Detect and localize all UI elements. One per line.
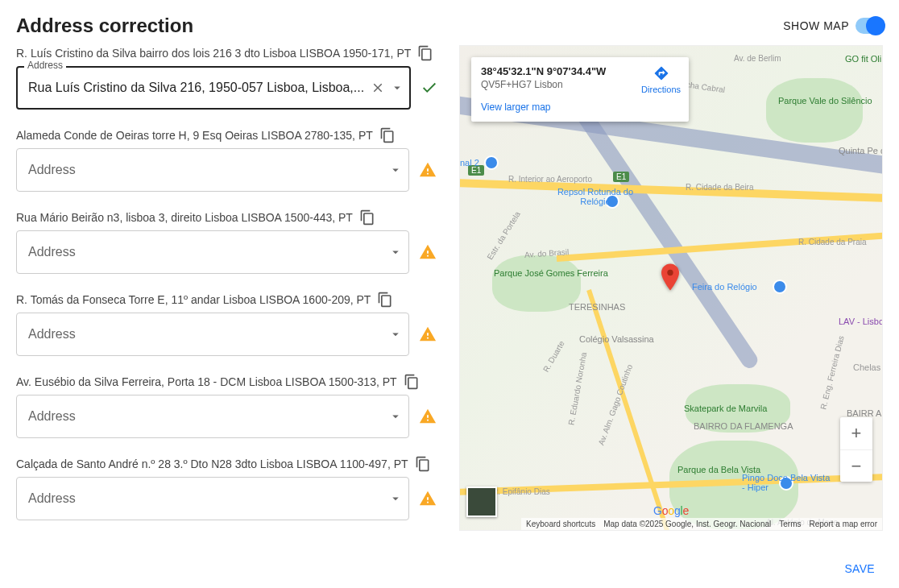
copy-icon[interactable] xyxy=(404,374,420,390)
park-shape xyxy=(766,78,863,143)
view-larger-map-link[interactable]: View larger map xyxy=(481,101,550,113)
map-street: R. Interior ao Aeroporto xyxy=(508,175,592,184)
report-error-link[interactable]: Report a map error xyxy=(810,520,877,528)
map-park-label: Parque José Gomes Ferreira xyxy=(494,268,566,278)
warning-icon xyxy=(419,325,437,343)
map-poi[interactable]: Quinta Pe d xyxy=(839,146,883,155)
map-park-label: Parque Vale do Silêncio xyxy=(778,96,851,106)
show-map-toggle[interactable] xyxy=(856,18,883,34)
map-info-card: 38°45'32.1"N 9°07'34.4"W QV5F+HG7 Lisbon… xyxy=(471,57,689,122)
terms-link[interactable]: Terms xyxy=(779,520,801,528)
keyboard-shortcuts-link[interactable]: Keyboard shortcuts xyxy=(526,520,595,528)
zoom-controls: + − xyxy=(840,417,872,482)
copy-icon[interactable] xyxy=(379,127,396,143)
map-street: Av. de Berlim xyxy=(734,54,781,63)
directions-button[interactable]: Directions xyxy=(641,65,681,94)
map-poi-icon[interactable] xyxy=(773,280,787,294)
address-select[interactable]: Rua Luís Cristino da Silva 216, 1950-057… xyxy=(16,66,411,110)
address-select[interactable]: Address xyxy=(16,395,409,438)
map-poi[interactable]: Repsol Rotunda do Relógio xyxy=(555,187,636,206)
original-address: R. Tomás da Fonseca Torre E, 11º andar L… xyxy=(16,293,371,306)
save-button[interactable]: SAVE xyxy=(836,557,883,580)
address-entry: Av. Eusébio da Silva Ferreira, Porta 18 … xyxy=(16,374,437,438)
map-marker-icon[interactable] xyxy=(661,263,679,291)
map-poi[interactable]: GO fit Oli xyxy=(845,54,881,64)
road xyxy=(586,289,681,531)
highway-badge: E1 xyxy=(613,172,629,182)
address-select[interactable]: Address xyxy=(16,148,409,192)
field-value: Address xyxy=(28,491,76,506)
zoom-in-button[interactable]: + xyxy=(840,417,872,449)
address-entry: Calçada de Santo André n.º 28 3.º Dto N2… xyxy=(16,456,437,520)
map-poi[interactable]: Chelas xyxy=(853,362,880,372)
satellite-toggle[interactable] xyxy=(466,487,497,517)
map-street: R. Eng. Ferreira Dias xyxy=(818,335,845,411)
map-poi[interactable]: LAV - Lisbc xyxy=(839,317,883,326)
directions-label: Directions xyxy=(641,85,681,94)
page-title: Address correction xyxy=(16,14,193,37)
original-address: R. Luís Cristino da Silva bairro dos loi… xyxy=(16,47,411,60)
field-value: Rua Luís Cristino da Silva 216, 1950-057… xyxy=(28,81,364,95)
address-select[interactable]: Address xyxy=(16,230,409,274)
map-street: R. Duarte xyxy=(541,339,566,374)
chevron-down-icon[interactable] xyxy=(388,163,403,177)
address-entry: Alameda Conde de Oeiras torre H, 9 Esq O… xyxy=(16,127,437,192)
google-logo: Google xyxy=(653,504,689,517)
map-area: BAIRRO DA FLAMENGA xyxy=(694,421,766,431)
copy-icon[interactable] xyxy=(377,292,393,308)
map-poi[interactable]: nal 2 xyxy=(460,158,479,168)
chevron-down-icon[interactable] xyxy=(388,491,403,506)
map-street: R. Eduardo Noronha xyxy=(566,351,588,425)
show-map-label: SHOW MAP xyxy=(783,19,849,32)
warning-icon xyxy=(419,490,437,507)
clear-icon[interactable] xyxy=(371,81,385,95)
address-list[interactable]: R. Luís Cristino da Silva bairro dos loi… xyxy=(16,45,443,545)
map-street: R. Cidade da Beira xyxy=(686,183,754,192)
address-entry: R. Tomás da Fonseca Torre E, 11º andar L… xyxy=(16,292,437,356)
map-data-attribution: Map data ©2025 Google, Inst. Geogr. Naci… xyxy=(603,520,771,528)
field-value: Address xyxy=(28,245,76,259)
check-icon xyxy=(420,79,438,97)
field-label: Address xyxy=(24,60,66,71)
map-area: TERESINHAS xyxy=(569,302,625,312)
copy-icon[interactable] xyxy=(417,45,433,61)
map-poi[interactable]: Pingo Doce Bela Vista - Hiper xyxy=(742,473,831,492)
map-poi[interactable]: Feira do Relógio xyxy=(692,282,757,292)
map-poi[interactable]: Skatepark de Marvila xyxy=(684,404,767,413)
copy-icon[interactable] xyxy=(415,456,431,472)
copy-icon[interactable] xyxy=(359,209,375,226)
svg-point-0 xyxy=(667,270,673,275)
address-select[interactable]: Address xyxy=(16,313,409,356)
original-address: Alameda Conde de Oeiras torre H, 9 Esq O… xyxy=(16,129,373,142)
map-street: R. Cidade da Praia xyxy=(798,238,867,246)
original-address: Rua Mário Beirão n3, lisboa 3, direito L… xyxy=(16,211,353,224)
zoom-out-button[interactable]: − xyxy=(840,449,872,482)
field-value: Address xyxy=(28,163,76,177)
field-value: Address xyxy=(28,327,76,342)
warning-icon xyxy=(419,243,437,261)
road xyxy=(557,232,883,262)
warning-icon xyxy=(419,161,437,179)
map-poi[interactable]: Colégio Valsassina xyxy=(579,334,654,344)
warning-icon xyxy=(419,408,437,425)
map-park-label: Parque da Bela Vista xyxy=(677,465,742,474)
address-select[interactable]: Address xyxy=(16,477,409,520)
chevron-down-icon[interactable] xyxy=(388,327,403,342)
chevron-down-icon[interactable] xyxy=(390,81,404,95)
chevron-down-icon[interactable] xyxy=(388,245,403,259)
map-street: R. Epifânio Dias xyxy=(492,487,550,496)
original-address: Av. Eusébio da Silva Ferreira, Porta 18 … xyxy=(16,375,397,388)
field-value: Address xyxy=(28,409,76,424)
original-address: Calçada de Santo André n.º 28 3.º Dto N2… xyxy=(16,458,408,470)
directions-icon xyxy=(653,65,669,81)
address-entry: R. Luís Cristino da Silva bairro dos loi… xyxy=(16,45,437,110)
address-entry: Rua Mário Beirão n3, lisboa 3, direito L… xyxy=(16,209,437,274)
chevron-down-icon[interactable] xyxy=(388,409,403,424)
map-poi-icon[interactable] xyxy=(484,155,499,170)
map-panel: E1 E1 Av. de Berlim R. C. Bento da Rocha… xyxy=(459,45,883,531)
map-footer: Keyboard shortcuts Map data ©2025 Google… xyxy=(521,518,882,530)
map-street: Estr. da Portela xyxy=(485,210,522,262)
park-shape xyxy=(492,255,581,312)
